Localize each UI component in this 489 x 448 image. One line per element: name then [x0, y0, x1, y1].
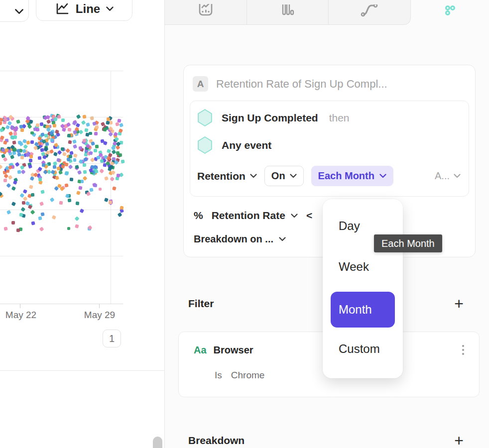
- scrollbar-thumb[interactable]: [153, 437, 162, 448]
- interval-option-custom[interactable]: Custom: [339, 342, 380, 356]
- interval-option-month[interactable]: Month: [331, 292, 395, 328]
- panel-divider: [0, 370, 165, 371]
- events-group: Sign Up Completed then Any event Retenti…: [190, 101, 469, 197]
- kebab-menu-icon[interactable]: [460, 343, 466, 357]
- add-breakdown-button[interactable]: +: [454, 434, 464, 447]
- gridline: [0, 117, 123, 117]
- pagination-page-button[interactable]: 1: [103, 330, 121, 347]
- tab-chart-preview[interactable]: [165, 0, 247, 24]
- retention-controls-row: Retention On Each Month A...: [197, 166, 462, 186]
- measure-dropdown[interactable]: Retention Rate: [212, 210, 285, 222]
- chevron-down-icon: [279, 237, 286, 241]
- interval-tooltip: Each Month: [374, 234, 442, 252]
- scatter-icon: [443, 5, 458, 19]
- series-badge: A: [193, 76, 208, 92]
- filter-section-title: Filter: [188, 298, 214, 310]
- chevron-down-icon: [291, 214, 298, 218]
- chevron-down-icon: [106, 6, 114, 11]
- event-name: Any event: [222, 139, 271, 151]
- x-axis-line: [0, 304, 123, 304]
- query-title[interactable]: Retention Rate of Sign Up Compl...: [216, 78, 387, 91]
- breakdown-section-header: Breakdown +: [188, 434, 464, 447]
- x-axis-tick: [99, 304, 100, 308]
- breakdown-section-title: Breakdown: [188, 435, 244, 447]
- chart-type-label: Line: [76, 2, 100, 16]
- x-axis-tick: [20, 304, 20, 308]
- filter-operator[interactable]: Is: [215, 370, 222, 381]
- chart-tabs: [165, 0, 411, 25]
- gridline: [0, 210, 123, 210]
- chart-preview-icon: [198, 4, 214, 21]
- filter-property-name: Browser: [214, 344, 253, 356]
- retention-type-dropdown[interactable]: Retention: [197, 170, 257, 182]
- event-hexagon-icon: [197, 136, 213, 154]
- x-tick-label: May 22: [0, 310, 43, 321]
- event-suffix: then: [329, 112, 350, 124]
- bar-chart-icon: [280, 4, 295, 20]
- gridline: [0, 256, 123, 256]
- flow-icon: [361, 4, 378, 20]
- chart-panel: May 22 May 29 1 Line: [0, 0, 165, 448]
- comparator-symbol: <: [306, 210, 312, 222]
- truncated-dropdown[interactable]: A...: [435, 170, 461, 182]
- event-name: Sign Up Completed: [222, 112, 318, 124]
- event-row[interactable]: Sign Up Completed then: [197, 109, 462, 126]
- tab-scatter[interactable]: [411, 0, 489, 25]
- interval-menu-popup: Day Week Month Custom: [323, 199, 403, 378]
- chevron-down-icon: [15, 9, 23, 14]
- event-hexagon-icon: [197, 109, 213, 126]
- settings-panel: A Retention Rate of Sign Up Compl... Sig…: [165, 0, 489, 448]
- tab-bar-chart[interactable]: [247, 0, 329, 24]
- x-tick-label: May 29: [77, 310, 122, 321]
- interval-option-day[interactable]: Day: [339, 219, 360, 233]
- gridline: [0, 71, 123, 71]
- line-chart-icon: [55, 2, 70, 16]
- percent-symbol: %: [194, 210, 203, 222]
- gridline: [111, 71, 111, 304]
- query-title-row: A Retention Rate of Sign Up Compl...: [190, 72, 469, 95]
- filter-value[interactable]: Chrome: [231, 370, 265, 381]
- collapsed-dropdown-button[interactable]: [0, 0, 29, 22]
- event-row[interactable]: Any event: [197, 136, 462, 154]
- interval-option-week[interactable]: Week: [339, 260, 369, 274]
- tab-flow[interactable]: [329, 0, 410, 24]
- on-dropdown[interactable]: On: [264, 166, 304, 186]
- add-filter-button[interactable]: +: [454, 297, 464, 310]
- interval-dropdown[interactable]: Each Month: [311, 166, 393, 186]
- text-property-icon: Aa: [194, 344, 207, 356]
- breakdown-on-dropdown[interactable]: Breakdown on ...: [194, 233, 273, 245]
- chart-type-dropdown[interactable]: Line: [36, 0, 132, 21]
